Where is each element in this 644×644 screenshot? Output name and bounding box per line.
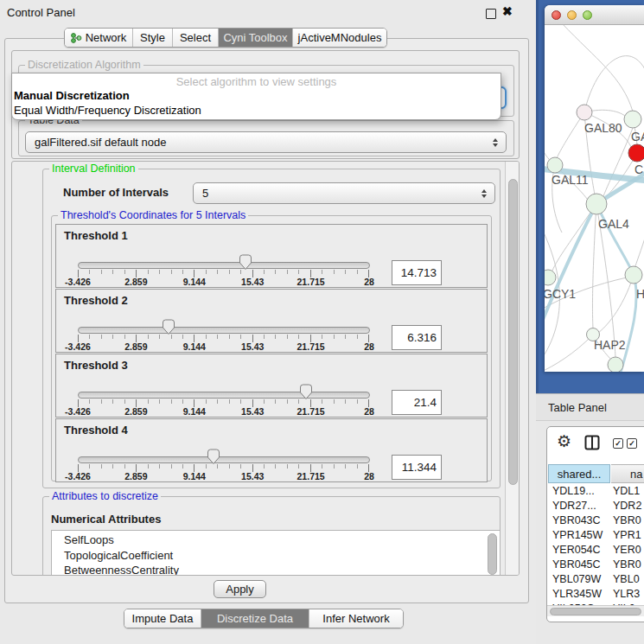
tab-infer-network[interactable]: Infer Network [309, 609, 403, 628]
node-gal4[interactable] [586, 194, 607, 214]
threshold-4-slider-track[interactable] [78, 456, 370, 463]
table-row-cell[interactable]: YBR0 [613, 558, 644, 572]
table-row-cell[interactable]: YDL19... [549, 484, 613, 499]
network-view-window: GAL80 GA C GAL11 GAL4 GCY1 H HAP2 [545, 5, 644, 372]
threshold-2-value-field[interactable]: 6.316 [392, 325, 442, 350]
float-window-icon[interactable] [486, 9, 496, 19]
table-panel-body: ⚙ ✓ ✓ shared... na YDL19...YDL1 YDR27...… [536, 421, 644, 644]
threshold-1-label: Threshold 1 [64, 229, 128, 242]
node-partial-right[interactable] [625, 266, 642, 284]
node-table-card: ⚙ ✓ ✓ shared... na YDL19...YDL1 YDR27...… [546, 426, 644, 622]
table-row-cell[interactable]: YBR043C [549, 513, 613, 528]
table-row-cell[interactable]: YLR3 [613, 587, 644, 602]
tab-impute-data[interactable]: Impute Data [124, 609, 201, 628]
table-hscrollbar-thumb[interactable] [550, 608, 641, 615]
tab-cyni-toolbox[interactable]: Cyni Toolbox [218, 29, 292, 47]
threshold-1-slider-thumb[interactable] [239, 254, 252, 271]
popup-option-equal-width[interactable]: Equal Width/Frequency Discretization [12, 103, 501, 118]
table-hscrollbar-track[interactable] [547, 605, 644, 616]
numerical-attributes-label: Numerical Attributes [51, 513, 161, 526]
node-label-hap2: HAP2 [594, 338, 626, 352]
number-of-intervals-label: Number of Intervals [63, 186, 169, 199]
table-row-cell[interactable]: YBR045C [549, 558, 613, 572]
table-panel-title: Table Panel [536, 393, 644, 421]
table-row-cell[interactable]: YPR1 [613, 528, 644, 543]
tab-style[interactable]: Style [132, 29, 172, 47]
threshold-3-label: Threshold 3 [64, 359, 128, 372]
select-column-checkbox-icon[interactable]: ✓ [627, 438, 637, 449]
node-label-gal80: GAL80 [584, 121, 622, 135]
network-icon [71, 32, 82, 44]
node-label-partial-c: C [634, 163, 643, 176]
tab-select[interactable]: Select [172, 29, 218, 47]
table-row-cell[interactable]: YDR27... [549, 499, 613, 513]
combo-arrows-icon [493, 138, 498, 147]
interval-definition-label: Interval Definition [49, 163, 138, 175]
node-label-gal4: GAL4 [598, 217, 629, 231]
table-row-cell[interactable]: YBL0 [613, 572, 644, 587]
table-row-cell[interactable]: YPR145W [549, 528, 613, 543]
threshold-2-label: Threshold 2 [64, 294, 128, 307]
threshold-2-box: Threshold 2 -3.426 2.859 9.144 15.43 21.… [55, 289, 488, 353]
attribute-item[interactable]: TopologicalCoefficient [52, 548, 500, 564]
control-panel-tabs: Network Style Select Cyni Toolbox jActiv… [64, 28, 387, 48]
split-columns-icon[interactable] [584, 435, 600, 450]
minimize-traffic-light-icon[interactable] [567, 10, 577, 20]
table-row-cell[interactable]: YER054C [549, 543, 613, 558]
table-row-cell[interactable]: YLR345W [549, 587, 613, 602]
node-gal11[interactable] [547, 157, 563, 173]
column-header-shared-name[interactable]: shared... [548, 464, 610, 483]
table-row-cell[interactable]: YBL079W [549, 572, 613, 587]
tab-jactivemnodules[interactable]: jActiveMNodules [292, 29, 386, 47]
attribute-item[interactable]: SelfLoops [52, 531, 500, 548]
threshold-4-value-field[interactable]: 11.344 [392, 455, 442, 480]
tab-network[interactable]: Network [65, 29, 132, 47]
threshold-4-label: Threshold 4 [64, 424, 128, 437]
cyni-mode-tabs: Impute Data Discretize Data Infer Networ… [124, 609, 404, 628]
node-red-selected[interactable] [628, 144, 644, 162]
number-of-intervals-combobox[interactable]: 5 [193, 182, 495, 204]
zoom-traffic-light-icon[interactable] [583, 10, 592, 20]
threshold-1-value-field[interactable]: 14.713 [392, 260, 442, 285]
table-data-combobox[interactable]: galFiltered.sif default node [25, 131, 507, 153]
algorithm-dropdown-popup: Select algorithm to view settings Manual… [11, 73, 501, 120]
table-rows: YDL19...YDL1 YDR27...YDR2 YBR043CYBR0 YP… [547, 484, 644, 605]
table-row-cell[interactable]: YER0 [613, 543, 644, 558]
attributes-list: SelfLoops TopologicalCoefficient Between… [51, 530, 501, 576]
node-label-gal11: GAL11 [552, 173, 589, 187]
attributes-group-label: Attributes to discretize [49, 490, 161, 502]
table-row-cell[interactable]: YDR2 [613, 499, 644, 513]
threshold-2-slider-track[interactable] [78, 327, 370, 334]
settings-scroll-panel: Interval Definition Number of Intervals … [11, 161, 520, 576]
attributes-list-scrollbar[interactable] [488, 533, 497, 575]
apply-button[interactable]: Apply [214, 580, 266, 598]
network-window-titlebar[interactable] [545, 5, 644, 25]
column-header-name[interactable]: na [611, 464, 644, 483]
tab-discretize-data[interactable]: Discretize Data [201, 609, 309, 628]
popup-option-manual[interactable]: Manual Discretization [12, 88, 501, 103]
select-all-checkbox-icon[interactable]: ✓ [613, 438, 623, 449]
threshold-2-slider-thumb[interactable] [162, 319, 175, 335]
combo-arrows-icon [481, 189, 487, 198]
table-settings-gear-icon[interactable]: ⚙ [557, 431, 571, 450]
node-partial-top-right[interactable] [624, 111, 641, 128]
node-partial-bottom[interactable] [608, 357, 623, 372]
close-icon[interactable]: ✖ [502, 4, 513, 18]
threshold-3-slider-track[interactable] [78, 392, 370, 399]
node-gal80[interactable] [577, 105, 592, 120]
settings-scrollbar-track[interactable] [505, 162, 520, 575]
threshold-4-slider-thumb[interactable] [207, 449, 220, 465]
settings-scrollbar-thumb[interactable] [508, 179, 518, 485]
close-traffic-light-icon[interactable] [552, 10, 561, 20]
threshold-1-slider-track[interactable] [78, 262, 370, 269]
table-row-cell[interactable]: YDL1 [613, 484, 644, 499]
attribute-item[interactable]: BetweennessCentrality [52, 563, 500, 576]
threshold-3-slider-thumb[interactable] [299, 384, 313, 400]
network-graph-canvas[interactable]: GAL80 GA C GAL11 GAL4 GCY1 H HAP2 [545, 25, 644, 372]
node-gcy1[interactable] [545, 270, 556, 285]
threshold-1-box: Threshold 1 -3.426 2.859 9.144 15.43 21.… [55, 224, 488, 288]
table-row-cell[interactable]: YBR0 [613, 513, 644, 528]
node-label-gcy1: GCY1 [545, 287, 576, 301]
threshold-3-value-field[interactable]: 21.4 [392, 390, 442, 415]
thresholds-group-label: Threshold's Coordinates for 5 Intervals [58, 209, 248, 221]
